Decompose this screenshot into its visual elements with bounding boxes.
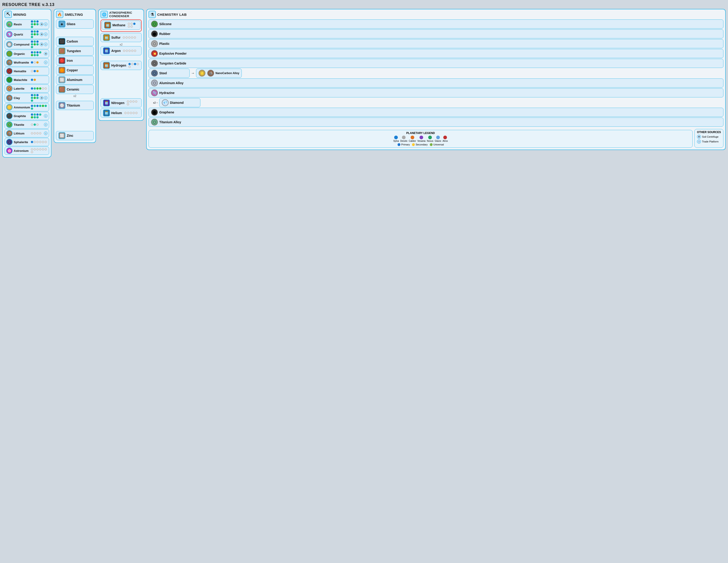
resin-icon: 🪨 — [6, 21, 13, 27]
soil-centrifuge-icon: ♻ — [697, 135, 701, 139]
list-item: 🪨 Lithium ↕ — [5, 129, 49, 137]
list-item: 🫙 Sulfur — [101, 33, 142, 42]
list-item: ⬡ Plastic — [149, 39, 723, 48]
soil-centrifuge-label: Soil Centrifuge — [702, 135, 718, 138]
plastic-icon: ⬡ — [151, 40, 158, 47]
iron-icon: 🔴 — [58, 57, 65, 64]
resource-name: Graphite — [14, 114, 30, 118]
list-item: 💎 Quartz ♻↕ — [5, 29, 49, 39]
list-item: ⬡ Titanite ↕ — [5, 120, 49, 129]
atmospheric-section: 🌐 ATMOSPHERICCONDENSER 🫙 Methane 🫙 Sulfu… — [98, 9, 144, 121]
titanite-icon: ⬡ — [6, 121, 13, 128]
smelt-name: Tungsten — [67, 49, 81, 53]
list-item: 💥 Explosive Powder — [149, 49, 723, 58]
planet-dots — [31, 94, 39, 102]
organic-icon: 🌿 — [6, 51, 13, 57]
planet-dots — [31, 123, 39, 126]
aluminum-icon: ⬜ — [58, 76, 65, 83]
resource-name: Titanite — [14, 123, 30, 126]
smelt-name: Glass — [67, 22, 75, 26]
helium-icon: 🫙 — [103, 109, 110, 116]
smelting-section: 🔥 SMELTING ◈ Glass ⬛ Carbon 🟫 Tungsten 🔴… — [54, 9, 96, 143]
atm-name: Hydrogen — [111, 64, 126, 67]
list-item: ⬡ Tungsten Carbide — [149, 59, 723, 68]
recycle-icon: ♻ — [40, 32, 43, 36]
resource-name: Hematite — [14, 69, 30, 73]
list-item: 🫙 Argon — [101, 46, 142, 55]
smelt-name: Zinc — [67, 134, 73, 137]
resource-name: Lithium — [14, 132, 30, 135]
list-item: ⬜ Zinc — [56, 131, 94, 140]
planet-dots — [31, 148, 48, 153]
list-item: 🫧 Hydrazine — [149, 88, 723, 97]
list-item: 🌿 Organic ♻ — [5, 50, 49, 58]
resource-name: Ammonium — [14, 106, 30, 109]
other-sources-title: OTHER SOURCES — [697, 130, 721, 134]
hydrogen-icon: 🫙 — [103, 62, 110, 69]
list-item: 🔴 Iron — [56, 56, 94, 65]
tungsten-carbide-icon: ⬡ — [151, 60, 158, 67]
list-item: ⚪ Compound ♻↕ — [5, 40, 49, 49]
copper-icon: 🟠 — [58, 67, 65, 74]
list-item: ⬡ Steel — [149, 69, 190, 78]
atm-name: Sulfur — [111, 36, 120, 39]
list-item: 🫙 Helium — [101, 108, 142, 117]
x2-badge: x2 — [56, 94, 94, 98]
hydrazine-icon: 🫧 — [151, 89, 158, 96]
planet-dots — [31, 51, 43, 56]
recycle-icon: ♻ — [44, 52, 48, 56]
chem-name: Silicone — [159, 22, 172, 26]
list-item: 🟡 Ammonium — [5, 103, 49, 111]
nanocarbon-icon2: 🪨 — [207, 70, 214, 77]
mining-header: ⛏ MINING — [5, 11, 49, 18]
list-item: ⚫ Graphite ↕ — [5, 112, 49, 120]
resource-name: Clay — [14, 96, 30, 100]
smelt-name: Carbon — [67, 40, 78, 43]
list-item: 🪨 Clay ♻↕ — [5, 93, 49, 103]
trade-icon: ↕ — [44, 61, 48, 64]
legend-key: 🔵 Primary 🟡 Secondary 🟢 Universal — [151, 143, 690, 146]
planet-dots — [128, 23, 138, 28]
list-item: 🫙 Nitrogen — [101, 98, 142, 107]
legend-planet-vesania: Vesania — [417, 136, 425, 142]
resource-name: Quartz — [14, 33, 30, 36]
resource-name: Malachite — [14, 78, 30, 82]
mining-label: MINING — [13, 13, 26, 16]
chem-name: Graphene — [159, 110, 174, 114]
trade-icon: ↕ — [44, 131, 48, 135]
titanium-icon: ⚪ — [58, 102, 65, 109]
list-item: ⬡ Malachite — [5, 76, 49, 84]
quartz-icon: 💎 — [6, 31, 13, 37]
trade-platform-label: Trade Platform — [702, 140, 718, 143]
planet-dots — [31, 61, 39, 64]
chem-name: Rubber — [159, 32, 170, 36]
explosive-icon: 💥 — [151, 50, 158, 57]
list-item: 🟠 Copper — [56, 66, 94, 75]
sphalerite-icon: ⬡ — [6, 139, 13, 145]
atm-name: Helium — [111, 111, 122, 115]
list-item: 💎 Diamond — [159, 98, 200, 107]
list-item: ⭐ 🪨 NanoCarbon Alloy — [196, 69, 242, 78]
list-item: 🫙 Hydrogen — [101, 61, 142, 70]
resource-name: Wolframite — [14, 61, 30, 64]
list-item: 🟫 Tungsten — [56, 46, 94, 56]
page-title: RESOURCE TREE v.3.13 — [2, 2, 726, 7]
list-item: ⬡ Titanium Alloy — [149, 117, 723, 127]
chemistry-icon: ⚗ — [149, 11, 156, 18]
list-item: ⬡ Aluminum Alloy — [149, 78, 723, 88]
methane-icon: 🫙 — [104, 22, 111, 29]
nitrogen-icon: 🫙 — [103, 99, 110, 106]
planet-dots — [124, 112, 138, 114]
arrow-right: → — [191, 71, 195, 75]
trade-icon: ↕ — [44, 123, 48, 126]
chem-name: NanoCarbon Alloy — [215, 72, 239, 75]
smelt-name: Aluminum — [67, 78, 82, 82]
chem-name: Steel — [159, 71, 167, 75]
x2-diamond: x2→ — [153, 101, 158, 104]
legend-section: PLANETARY LEGEND Sylva Desolo Calidor — [149, 130, 693, 148]
legend-planet-novus: Novus — [427, 136, 433, 142]
atmospheric-label: ATMOSPHERICCONDENSER — [109, 11, 132, 18]
carbon-icon: ⬛ — [58, 38, 65, 45]
list-item: ⬡ Hematite — [5, 67, 49, 75]
compound-icon: ⚪ — [6, 41, 13, 48]
